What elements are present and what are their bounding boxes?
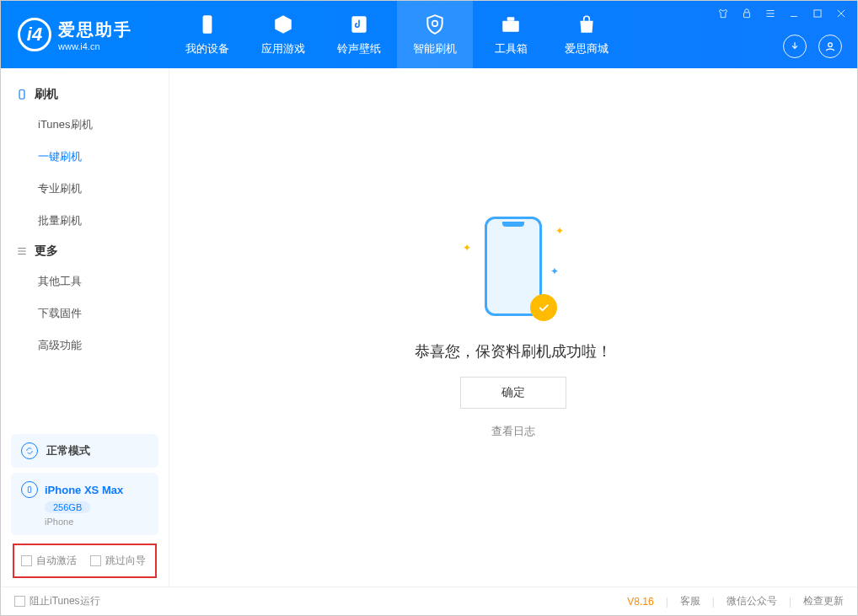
device-name: iPhone XS Max [45,484,123,496]
confirm-button[interactable]: 确定 [460,377,566,409]
svg-rect-3 [502,21,519,32]
nav-label: 智能刷机 [413,41,457,56]
shield-refresh-icon [423,13,447,36]
sidebar-item-batch-flash[interactable]: 批量刷机 [1,205,169,237]
checkbox-skip-guide[interactable]: 跳过向导 [90,554,146,568]
phone-small-icon [21,481,38,498]
sync-icon [21,442,38,459]
device-type: iPhone [45,517,73,527]
nav-label: 工具箱 [495,41,528,56]
nav-tab-toolbox[interactable]: 工具箱 [473,1,549,68]
option-checkboxes-highlight: 自动激活 跳过向导 [13,544,157,578]
nav-label: 我的设备 [185,41,229,56]
main-content: ✦ ✦ ✦ 恭喜您，保资料刷机成功啦！ 确定 查看日志 [169,68,857,587]
header-action-icons [783,35,842,58]
cube-icon [271,13,295,36]
sidebar-item-advanced[interactable]: 高级功能 [1,329,169,362]
svg-rect-8 [19,90,24,99]
nav-tab-store[interactable]: 爱思商城 [549,1,625,68]
nav-tab-ringtones[interactable]: 铃声壁纸 [321,1,397,68]
sidebar: 刷机 iTunes刷机 一键刷机 专业刷机 批量刷机 更多 其他工具 下载固件 … [1,68,169,587]
sparkle-icon: ✦ [555,225,564,237]
sparkle-icon: ✦ [463,242,471,254]
mode-label: 正常模式 [46,443,90,458]
checkbox-label: 跳过向导 [105,554,146,568]
checkbox-block-itunes[interactable]: 阻止iTunes运行 [14,594,100,608]
svg-rect-5 [744,13,750,18]
checkbox-label: 自动激活 [36,554,77,568]
app-subtitle: www.i4.cn [58,41,132,51]
section-label: 更多 [35,244,58,259]
footer-link-support[interactable]: 客服 [680,594,700,608]
logo-area: i4 爱思助手 www.i4.cn [1,18,169,51]
footer-link-update[interactable]: 检查更新 [803,594,844,608]
view-log-link[interactable]: 查看日志 [491,424,535,439]
success-illustration: ✦ ✦ ✦ [437,217,589,326]
checkbox-label: 阻止iTunes运行 [29,594,100,608]
sparkle-icon: ✦ [550,265,559,277]
svg-rect-4 [507,17,515,20]
menu-icon[interactable] [764,8,776,19]
list-icon [16,245,28,257]
nav-label: 应用游戏 [261,41,305,56]
checkbox-icon [14,596,25,607]
svg-rect-9 [28,487,30,493]
checkbox-icon [21,555,32,566]
sidebar-section-flash: 刷机 [1,80,169,109]
sidebar-item-pro-flash[interactable]: 专业刷机 [1,173,169,205]
user-icon[interactable] [818,35,842,58]
device-capacity: 256GB [45,501,90,513]
checkbox-auto-activate[interactable]: 自动激活 [21,554,77,568]
device-mode-card[interactable]: 正常模式 [11,434,158,468]
sidebar-item-itunes-flash[interactable]: iTunes刷机 [1,109,169,141]
nav-label: 爱思商城 [565,41,609,56]
nav-tab-my-device[interactable]: 我的设备 [169,1,245,68]
minimize-icon[interactable] [788,8,800,19]
device-info-card[interactable]: iPhone XS Max 256GB iPhone [11,473,158,535]
footer-link-wechat[interactable]: 微信公众号 [727,594,777,608]
shirt-icon[interactable] [717,8,729,19]
checkmark-badge-icon [530,294,557,321]
svg-rect-0 [203,15,212,34]
svg-rect-6 [814,10,821,17]
section-label: 刷机 [35,87,58,102]
status-bar: 阻止iTunes运行 V8.16 | 客服 | 微信公众号 | 检查更新 [1,587,857,615]
download-icon[interactable] [783,35,807,58]
maximize-icon[interactable] [812,8,823,19]
sidebar-item-oneclick-flash[interactable]: 一键刷机 [1,141,169,173]
nav-label: 铃声壁纸 [337,41,381,56]
nav-tab-apps[interactable]: 应用游戏 [245,1,321,68]
shopping-bag-icon [575,13,598,36]
phone-icon [196,13,219,36]
app-header: i4 爱思助手 www.i4.cn 我的设备 应用游戏 铃声壁纸 智能刷机 工具… [1,1,857,68]
svg-point-7 [829,43,833,47]
lock-icon[interactable] [741,8,753,19]
success-message: 恭喜您，保资料刷机成功啦！ [415,341,612,362]
music-note-icon [347,13,371,36]
close-icon[interactable] [835,8,847,19]
titlebar-controls [717,8,847,19]
svg-point-2 [432,21,438,27]
main-nav: 我的设备 应用游戏 铃声壁纸 智能刷机 工具箱 爱思商城 [169,1,625,68]
sidebar-section-more: 更多 [1,237,169,265]
sidebar-item-other-tools[interactable]: 其他工具 [1,265,169,297]
device-small-icon [16,88,28,100]
checkbox-icon [90,555,101,566]
app-logo-icon: i4 [18,18,51,51]
app-title: 爱思助手 [58,19,132,41]
briefcase-icon [499,13,523,36]
sidebar-item-download-firmware[interactable]: 下载固件 [1,297,169,329]
version-label: V8.16 [627,596,653,608]
nav-tab-flash[interactable]: 智能刷机 [397,1,473,68]
